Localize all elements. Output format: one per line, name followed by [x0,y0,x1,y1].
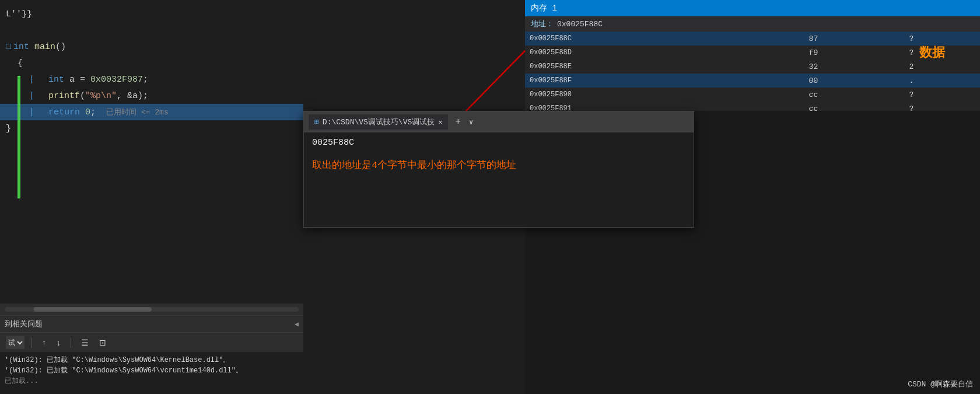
mem-addr-0: 0x0025F88C [525,32,804,46]
memory-table-row: 0x0025F890 cc ? [525,88,980,102]
csdn-watermark: CSDN @啊森要自信 [908,379,973,389]
memory-table-row: 0x0025F88E 32 2 [525,60,980,74]
mem-addr-1: 0x0025F88D [525,46,804,60]
code-line-printf: | printf ( "%p\n" , &a); [0,88,303,104]
terminal-address-value: 0025F88C [312,138,354,148]
terminal-tab[interactable]: ⊞ D:\CSDN\VS调试技巧\VS调试技 ✕ [309,114,448,130]
bottom-toolbar: 试 ↑ ↓ ☰ ⊡ [0,332,303,352]
mem-addr-4: 0x0025F890 [525,88,804,102]
memory-table-row: 0x0025F88D f9 ? [525,46,980,60]
mem-char-2: 2 [904,60,980,74]
search-text: 到相关问题 [5,319,43,329]
terminal-tab-label: D:\CSDN\VS调试技巧\VS调试技 [323,117,435,127]
debug-dropdown[interactable]: 试 [6,336,24,349]
code-editor: L''}} □int main() { | int a = 0x0032F987… [0,0,303,315]
bottom-search-bar: 到相关问题 ◀ [0,316,303,332]
toolbar-separator-2 [71,337,71,348]
code-line-open-brace: { [0,55,303,71]
toolbar-btn-3[interactable]: ☰ [78,336,92,349]
scroll-thumb[interactable] [34,307,152,312]
code-line-main: □int main() [0,39,303,55]
output-line-3: 已加载... [5,375,299,386]
toolbar-btn-1[interactable]: ↑ [39,336,49,349]
data-label: 数据 [919,44,945,61]
bottom-panel: 到相关问题 ◀ 试 ↑ ↓ ☰ ⊡ '(Win32): 已加载 "C:\Wind… [0,315,303,394]
mem-val-1: f9 [804,46,905,60]
terminal-address: 0025F88C [304,133,694,152]
toolbar-separator [32,337,32,348]
mem-addr-2: 0x0025F88E [525,60,804,74]
output-text-2: '(Win32): 已加载 "C:\Windows\SysWOW64\vcrun… [5,365,243,375]
output-line-2: '(Win32): 已加载 "C:\Windows\SysWOW64\vcrun… [5,365,299,375]
mem-char-4: ? [904,88,980,102]
code-line-1: L''}} [0,6,303,22]
code-line-int-a: | int a = 0x0032F987 ; [0,71,303,88]
memory-table-row: 0x0025F88C 87 ? [525,32,980,46]
green-bar [18,76,20,198]
memory-address-value: 0x0025F88C [557,20,603,29]
elapsed-time: 已用时间 <= 2ms [106,107,169,117]
terminal-tab-bar: ⊞ D:\CSDN\VS调试技巧\VS调试技 ✕ + ∨ [304,111,694,133]
terminal-annotation: 取出的地址是4个字节中最小的那个字节的地址 [312,158,516,172]
terminal-dialog: ⊞ D:\CSDN\VS调试技巧\VS调试技 ✕ + ∨ 0025F88C 取出… [303,111,694,228]
scroll-indicator: ◀ [295,320,299,329]
memory-table-row: 0x0025F88F 00 . [525,74,980,88]
mem-val-3: 00 [804,74,905,88]
mem-char-3: . [904,74,980,88]
mem-val-0: 87 [804,32,905,46]
output-line-1: '(Win32): 已加载 "C:\Windows\SysWOW64\Kerne… [5,354,299,365]
code-line-return: | return 0 ; 已用时间 <= 2ms [0,104,303,120]
mem-addr-3: 0x0025F88F [525,74,804,88]
minus-icon: □ [6,42,11,52]
scrollbar-area[interactable] [0,304,303,315]
memory-address-bar: 地址： 0x0025F88C [525,16,980,32]
memory-title-bar: 内存 1 [525,0,980,16]
close-icon[interactable]: ✕ [438,118,442,127]
mem-val-4: cc [804,88,905,102]
toolbar-btn-4[interactable]: ⊡ [96,336,109,349]
chevron-down-icon[interactable]: ∨ [469,118,473,127]
scroll-track[interactable] [5,307,299,312]
memory-address-label: 地址： [531,19,554,29]
toolbar-btn-2[interactable]: ↓ [54,336,64,349]
terminal-body: 取出的地址是4个字节中最小的那个字节的地址 [304,152,694,227]
memory-table: 0x0025F88C 87 ? 0x0025F88D f9 ? 0x0025F8… [525,32,980,116]
add-terminal-button[interactable]: + [452,117,464,127]
mem-val-2: 32 [804,60,905,74]
memory-title: 内存 1 [531,3,557,13]
memory-panel: 内存 1 地址： 0x0025F88C 0x0025F88C 87 ? 0x00… [525,0,980,111]
bottom-output: '(Win32): 已加载 "C:\Windows\SysWOW64\Kerne… [0,352,303,388]
code-line-close-brace: } [0,120,303,137]
terminal-tab-icon: ⊞ [314,117,319,127]
output-text-3: 已加载... [5,376,38,386]
output-text-1: '(Win32): 已加载 "C:\Windows\SysWOW64\Kerne… [5,355,230,365]
